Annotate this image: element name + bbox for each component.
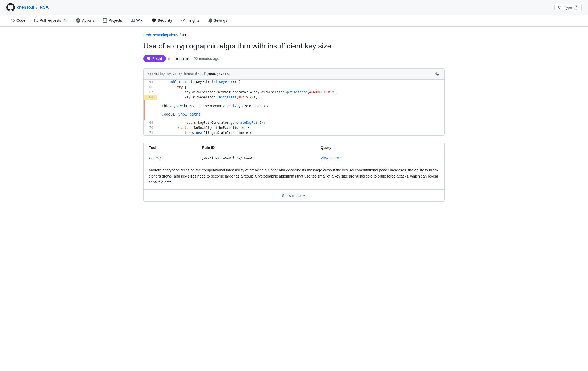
line-num-71: 71 — [144, 130, 157, 135]
info-table-row: CodeQL java/insufficient-key-size View s… — [144, 153, 444, 163]
alert-row-spacer — [144, 100, 157, 120]
col-ruleid-val: java/insufficient-key-size — [202, 156, 321, 160]
status-row: Fixed in master 22 minutes ago — [143, 55, 445, 62]
code-line-66: 66 try { — [144, 85, 444, 90]
status-in-label: in — [168, 56, 171, 61]
top-bar-left: chensoul / RSA — [6, 3, 49, 12]
settings-icon — [208, 18, 212, 23]
col-tool-header: Tool — [149, 145, 202, 150]
tab-insights-label: Insights — [187, 18, 199, 23]
wiki-icon — [131, 18, 135, 23]
code-line-69: 69 return keyPairGenerator.generateKeyPa… — [144, 120, 444, 125]
code-container: src/main/java/com/chensoul/util/Rsa.java… — [143, 68, 445, 136]
line-num-70: 70 — [144, 125, 157, 130]
status-time: 22 minutes ago — [194, 56, 219, 61]
code-line-70: 70 } catch (NoSuchAlgorithmException e) … — [144, 125, 444, 130]
file-name: Rsa.java — [209, 72, 224, 76]
tab-actions[interactable]: Actions — [72, 15, 98, 26]
search-shortcut: / — [574, 5, 578, 10]
copy-button[interactable] — [434, 71, 440, 77]
line-num-65: 65 — [144, 80, 157, 85]
code-table: 65 public static KeyPair initKeyPair() {… — [144, 80, 444, 135]
description-section: Modern encryption relies on the computat… — [144, 163, 444, 189]
tab-security[interactable]: Security — [148, 15, 176, 26]
shield-check-icon — [147, 57, 151, 60]
breadcrumb-separator: / — [180, 33, 181, 37]
security-icon — [152, 18, 156, 23]
tab-security-label: Security — [158, 18, 172, 23]
branch-tag: master — [174, 56, 191, 61]
description-text: Modern encryption relies on the computat… — [149, 167, 439, 185]
show-paths-link[interactable]: Show paths — [178, 111, 201, 117]
repo-breadcrumb: chensoul / RSA — [17, 5, 49, 10]
nav-tabs: Code Pull requests 5 Actions Projects Wi… — [0, 15, 588, 26]
fixed-badge: Fixed — [143, 55, 166, 62]
breadcrumb-sep: / — [36, 5, 37, 10]
alert-keyword: key size — [170, 104, 183, 108]
tab-projects[interactable]: Projects — [98, 15, 126, 26]
tab-wiki[interactable]: Wiki — [126, 15, 148, 26]
code-line-65: 65 public static KeyPair initKeyPair() { — [144, 80, 444, 85]
file-path: src/main/java/com/chensoul/util/Rsa.java… — [148, 72, 230, 76]
tab-insights[interactable]: Insights — [176, 15, 204, 26]
col-tool-val: CodeQL — [149, 156, 202, 160]
alert-row: This key size is less than the recommend… — [144, 100, 444, 120]
alert-text: This key size is less than the recommend… — [162, 103, 440, 109]
info-card: Tool Rule ID Query CodeQL java/insuffici… — [143, 142, 445, 201]
github-logo-icon[interactable] — [6, 3, 15, 12]
owner-link[interactable]: chensoul — [17, 5, 34, 10]
copy-icon — [435, 72, 439, 76]
col-query-link[interactable]: View source — [321, 156, 439, 160]
line-code-66: try { — [157, 85, 444, 90]
line-code-65: public static KeyPair initKeyPair() { — [157, 80, 444, 85]
fixed-badge-label: Fixed — [152, 56, 162, 61]
tab-settings[interactable]: Settings — [204, 15, 232, 26]
code-header: src/main/java/com/chensoul/util/Rsa.java… — [144, 69, 444, 80]
breadcrumb: Code scanning alerts / #1 — [143, 33, 445, 37]
search-box[interactable]: Type / — [554, 4, 582, 11]
show-more-bar: Show more — [144, 189, 444, 201]
page-title: Use of a cryptographic algorithm with in… — [143, 41, 445, 51]
search-label: Type — [564, 5, 572, 10]
code-line-68: 68 keyPairGenerator.initialize(KEY_SIZE)… — [144, 95, 444, 100]
line-code-70: } catch (NoSuchAlgorithmException e) { — [157, 125, 444, 130]
projects-icon — [103, 18, 107, 23]
show-more-label: Show more — [282, 193, 301, 198]
actions-icon — [76, 18, 80, 23]
line-num-66: 66 — [144, 85, 157, 90]
line-num-68: 68 — [144, 95, 157, 100]
show-more-button[interactable]: Show more — [282, 193, 306, 198]
alert-meta: CodeQL Show paths — [162, 111, 440, 117]
breadcrumb-parent-link[interactable]: Code scanning alerts — [143, 33, 178, 37]
pull-request-icon — [34, 18, 38, 23]
chevron-down-icon — [302, 193, 306, 198]
top-bar: chensoul / RSA Type / — [0, 0, 588, 15]
code-icon — [11, 18, 15, 23]
breadcrumb-current: #1 — [182, 33, 187, 37]
line-code-68: keyPairGenerator.initialize(KEY_SIZE); — [157, 95, 444, 100]
file-path-dir: src/main/java/com/chensoul/util/ — [148, 72, 209, 76]
pr-badge: 5 — [63, 19, 68, 22]
line-num-67: 67 — [144, 90, 157, 95]
line-code-69: return keyPairGenerator.generateKeyPair(… — [157, 120, 444, 125]
insights-icon — [181, 18, 185, 23]
repo-link[interactable]: RSA — [40, 5, 49, 10]
code-line-67: 67 KeyPairGenerator keyPairGenerator = K… — [144, 90, 444, 95]
line-code-67: KeyPairGenerator keyPairGenerator = KeyP… — [157, 90, 444, 95]
tab-pull-requests[interactable]: Pull requests 5 — [29, 15, 72, 26]
col-ruleid-header: Rule ID — [202, 145, 321, 150]
search-icon — [558, 5, 562, 10]
alert-tool-name: CodeQL — [162, 111, 175, 117]
file-line-num: 68 — [226, 72, 230, 76]
col-query-header: Query — [321, 145, 439, 150]
tab-code[interactable]: Code — [6, 15, 29, 26]
tab-pr-label: Pull requests — [40, 18, 61, 23]
line-code-71: throw new IllegalStateException(e); — [157, 130, 444, 135]
code-line-71: 71 throw new IllegalStateException(e); — [144, 130, 444, 135]
main-content: Code scanning alerts / #1 Use of a crypt… — [135, 26, 453, 208]
tab-code-label: Code — [16, 18, 25, 23]
tab-settings-label: Settings — [214, 18, 227, 23]
tab-actions-label: Actions — [82, 18, 94, 23]
tab-projects-label: Projects — [109, 18, 122, 23]
info-table-header: Tool Rule ID Query — [144, 142, 444, 153]
